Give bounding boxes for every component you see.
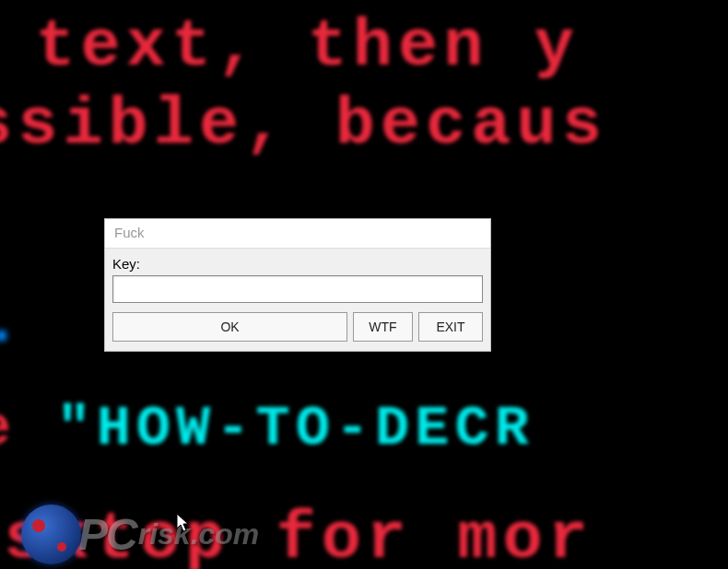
exit-button[interactable]: EXIT [418, 312, 483, 342]
background-text-line-3: e "HOW-TO-DECR [0, 396, 534, 461]
key-input[interactable] [112, 275, 483, 303]
wtf-button[interactable]: WTF [353, 312, 413, 342]
watermark-brand: PC [78, 509, 136, 560]
background-cyan-text: "HOW-TO-DECR [56, 396, 534, 461]
watermark-globe-icon [21, 505, 81, 564]
watermark: PC risk.com [78, 509, 259, 560]
background-text-line-1: s text, then y [0, 9, 580, 85]
dialog-window: Fuck Key: OK WTF EXIT [104, 218, 491, 352]
background-text-line-2: ssible, becaus [0, 87, 607, 163]
dialog-title: Fuck [114, 225, 145, 240]
dialog-body: Key: OK WTF EXIT [105, 249, 490, 351]
dialog-titlebar[interactable]: Fuck [105, 219, 490, 249]
background-punct: . [0, 285, 21, 361]
background-prefix: e [0, 396, 56, 461]
watermark-domain: risk.com [138, 517, 260, 552]
ok-button[interactable]: OK [112, 312, 347, 342]
key-label: Key: [112, 256, 483, 272]
button-row: OK WTF EXIT [112, 312, 483, 342]
